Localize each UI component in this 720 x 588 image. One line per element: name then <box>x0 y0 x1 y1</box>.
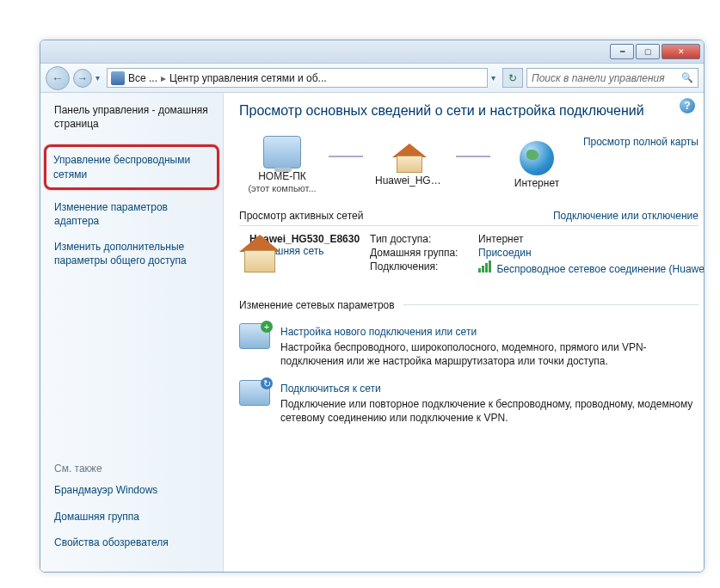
task-new-connection[interactable]: Настройка нового подключения или сети <box>280 326 477 338</box>
breadcrumb-root[interactable]: Все ... <box>128 72 157 84</box>
minimize-button[interactable]: ━ <box>610 44 634 59</box>
map-connector-icon <box>329 156 363 157</box>
pc-icon <box>263 136 301 168</box>
address-bar[interactable]: Все ... ▸ Центр управления сетями и об..… <box>107 68 488 88</box>
house-icon <box>392 144 427 173</box>
full-map-link[interactable]: Просмотр полной карты <box>583 136 698 148</box>
window-frame: ━ ▢ ✕ ← → ▾ Все ... ▸ Центр управления с… <box>40 40 705 573</box>
forward-button[interactable]: → <box>73 69 92 88</box>
title-bar: ━ ▢ ✕ <box>40 40 704 64</box>
connection-link[interactable]: Беспроводное сетевое соединение (Huawei_… <box>478 260 704 275</box>
close-button[interactable]: ✕ <box>662 44 700 59</box>
access-type-value: Интернет <box>478 233 523 245</box>
map-node-internet[interactable]: Интернет <box>502 141 571 189</box>
globe-icon <box>520 141 554 175</box>
new-connection-icon <box>239 323 270 349</box>
help-icon[interactable]: ? <box>680 98 695 113</box>
sidebar-item-sharing-settings[interactable]: Изменить дополнительные параметры общего… <box>54 240 214 267</box>
network-map: HOME-ПК (этот компьют... Huawei_HG530...… <box>248 136 571 194</box>
page-title: Просмотр основных сведений о сети и наст… <box>239 101 698 120</box>
content-pane: ? Просмотр основных сведений о сети и на… <box>224 93 704 572</box>
task-connect-network-desc: Подключение или повторное подключение к … <box>280 397 698 425</box>
network-properties: Тип доступа: Интернет Домашняя группа: П… <box>370 233 704 277</box>
network-settings-header: Изменение сетевых параметров <box>239 299 395 311</box>
see-also-firewall[interactable]: Брандмауэр Windows <box>54 483 214 497</box>
sidebar: Панель управления - домашняя страница Уп… <box>40 93 224 572</box>
access-type-label: Тип доступа: <box>370 233 473 245</box>
connections-label: Подключения: <box>370 260 473 275</box>
active-networks-header: Просмотр активных сетей <box>239 210 363 222</box>
see-also-browser-properties[interactable]: Свойства обозревателя <box>54 536 214 549</box>
signal-bars-icon <box>478 260 491 273</box>
control-panel-home-link[interactable]: Панель управления - домашняя страница <box>54 103 214 131</box>
map-node-router[interactable]: Huawei_HG530... <box>375 144 444 187</box>
address-dropdown-icon[interactable]: ▾ <box>491 73 495 83</box>
see-also-header: См. также <box>54 462 214 475</box>
back-button[interactable]: ← <box>46 66 70 90</box>
task-new-connection-desc: Настройка беспроводного, широкополосного… <box>280 340 698 368</box>
homegroup-link[interactable]: Присоедин <box>478 247 532 259</box>
breadcrumb-separator-icon: ▸ <box>161 72 166 84</box>
connect-network-icon <box>239 380 270 406</box>
sidebar-item-adapter-settings[interactable]: Изменение параметров адаптера <box>54 200 214 228</box>
map-connector-icon <box>456 156 490 157</box>
connect-disconnect-link[interactable]: Подключение или отключение <box>545 210 698 222</box>
search-placeholder: Поиск в панели управления <box>532 72 665 84</box>
search-input[interactable]: Поиск в панели управления 🔍 <box>526 68 698 88</box>
sidebar-item-wireless[interactable]: Управление беспроводными сетями <box>53 153 210 181</box>
search-icon: 🔍 <box>681 72 693 83</box>
see-also-homegroup[interactable]: Домашняя группа <box>54 510 214 524</box>
refresh-button[interactable]: ↻ <box>502 68 523 88</box>
maximize-button[interactable]: ▢ <box>636 44 660 59</box>
sidebar-item-wireless-highlight: Управление беспроводными сетями <box>44 144 219 189</box>
navigation-bar: ← → ▾ Все ... ▸ Центр управления сетями … <box>40 64 704 93</box>
history-dropdown-icon[interactable]: ▾ <box>95 73 100 83</box>
breadcrumb-current[interactable]: Центр управления сетями и об... <box>169 72 327 84</box>
map-node-this-pc[interactable]: HOME-ПК (этот компьют... <box>248 136 317 194</box>
task-connect-network[interactable]: Подключиться к сети <box>280 383 381 395</box>
homegroup-label: Домашняя группа: <box>370 247 473 259</box>
control-panel-icon <box>111 71 125 85</box>
